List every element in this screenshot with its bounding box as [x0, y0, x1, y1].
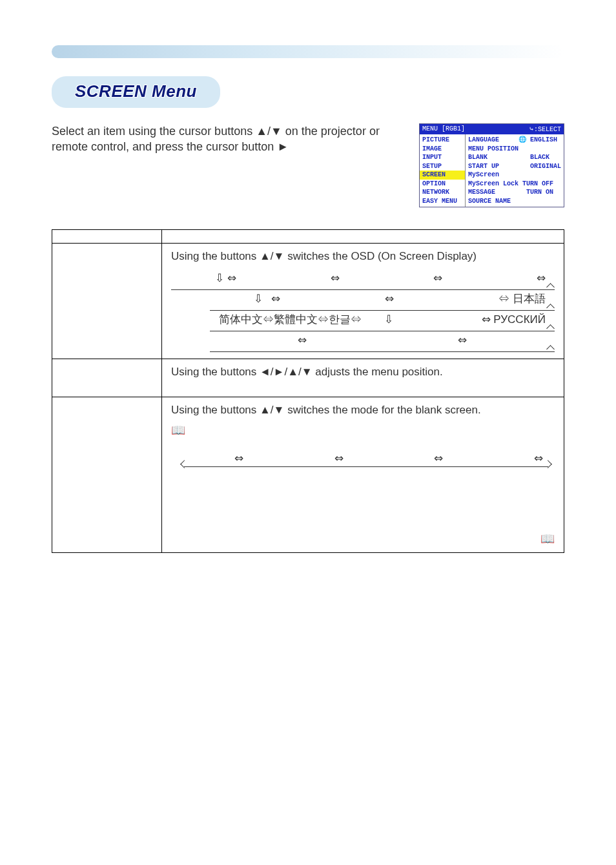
intro-text: Select an item using the cursor buttons …: [52, 123, 407, 155]
flow-down-icon: ⇩: [215, 269, 224, 288]
osd-left-item: EASY MENU: [420, 197, 465, 206]
osd-select-label: :SELECT: [534, 126, 561, 133]
row-item-desc: Using the buttons ◄/►/▲/▼ adjusts the me…: [162, 359, 564, 397]
osd-left-item: NETWORK: [420, 188, 465, 197]
osd-menu-label: MENU [RGB1]: [422, 125, 465, 133]
table-row: Using the buttons ◄/►/▲/▼ adjusts the me…: [52, 359, 564, 397]
osd-left-item-highlighted: SCREEN: [420, 171, 465, 180]
select-icon: ⤷: [529, 126, 534, 133]
osd-left-item: OPTION: [420, 180, 465, 189]
header-band: [52, 45, 564, 58]
row-item-desc: Using the buttons ▲/▼ switches the mode …: [162, 397, 564, 552]
book-icon: 📖: [171, 423, 185, 437]
menupos-lead-text: Using the buttons ◄/►/▲/▼ adjusts the me…: [171, 366, 555, 379]
osd-left-item: IMAGE: [420, 145, 465, 154]
flow-down-icon: ⇩: [384, 311, 393, 329]
section-title: SCREEN Menu: [75, 81, 197, 101]
blank-lead-text: Using the buttons ▲/▼ switches the mode …: [171, 404, 555, 417]
language-flow-diagram: ⇔ ⇔ ⇔ ⇔ ⇩ ⇔ ⇔: [171, 269, 555, 352]
row-item-label: [52, 397, 162, 552]
flow-down-icon: ⇩: [254, 290, 263, 309]
lang-lead-text: Using the buttons ▲/▼ switches the OSD (…: [171, 250, 555, 263]
osd-right-column: LANGUAGE 🌐 ENGLISH MENU POSITION BLANK B…: [466, 134, 564, 207]
row-item-label: [52, 359, 162, 397]
row-item-label: [52, 244, 162, 359]
table-header-item: [52, 230, 162, 244]
osd-left-item: SETUP: [420, 162, 465, 171]
book-icon: 📖: [540, 532, 555, 546]
section-title-pill: SCREEN Menu: [52, 76, 220, 108]
table-row: Using the buttons ▲/▼ switches the OSD (…: [52, 244, 564, 359]
osd-screenshot: MENU [RGB1] ⤷:SELECT PICTURE IMAGE INPUT…: [419, 123, 564, 207]
osd-title-bar: MENU [RGB1] ⤷:SELECT: [420, 124, 564, 134]
row-item-desc: Using the buttons ▲/▼ switches the OSD (…: [162, 244, 564, 359]
description-table: Using the buttons ▲/▼ switches the OSD (…: [52, 229, 564, 553]
osd-left-item: INPUT: [420, 153, 465, 162]
table-header-desc: [162, 230, 564, 244]
osd-left-item: PICTURE: [420, 136, 465, 145]
table-row: Using the buttons ▲/▼ switches the mode …: [52, 397, 564, 552]
blank-flow-diagram: ⇔ ⇔ ⇔ ⇔: [171, 452, 555, 467]
osd-left-column: PICTURE IMAGE INPUT SETUP SCREEN OPTION …: [420, 134, 466, 207]
